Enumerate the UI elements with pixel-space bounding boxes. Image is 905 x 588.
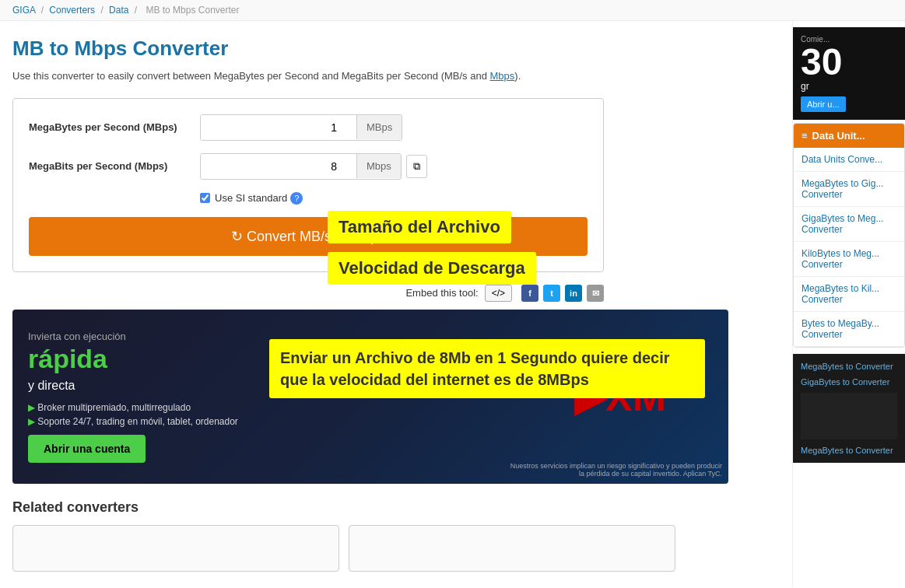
mbps-link[interactable]: Mbps — [490, 70, 515, 82]
twitter-icon[interactable]: t — [543, 285, 560, 302]
related-card-1 — [12, 525, 339, 572]
convert-icon: ↻ — [231, 229, 243, 244]
input-row-mbps: MegaBytes per Second (MBps) MBps — [29, 114, 588, 141]
si-standard-label: Use SI standard — [215, 192, 287, 204]
breadcrumb-data[interactable]: Data — [109, 5, 128, 16]
facebook-icon[interactable]: f — [521, 285, 538, 302]
ad-bullets: Broker multipremiado, multirregulado Sop… — [28, 402, 238, 427]
related-card-2 — [349, 525, 675, 572]
social-icons: f t in ✉ — [521, 285, 604, 302]
related-title: Related converters — [12, 499, 780, 516]
breadcrumb-sep3: / — [135, 5, 140, 16]
sidebar-item-bytes-to-mb[interactable]: Bytes to MegaBy...Converter — [794, 312, 904, 347]
ad-text-left: Invierta con ejecución rápida y directa … — [28, 331, 238, 463]
input-row-mbits: MegaBits per Second (Mbps) Mbps ⧉ — [29, 153, 588, 180]
field1-unit: MBps — [356, 115, 402, 139]
lower-ad-item-2[interactable]: GigaBytes to Converter — [801, 377, 897, 387]
checkbox-row: Use SI standard ? — [200, 192, 588, 205]
copy-button[interactable]: ⧉ — [406, 155, 427, 178]
field2-group: Mbps — [200, 153, 402, 180]
right-ad-cta[interactable]: Abrir u... — [801, 96, 846, 112]
lower-ad-item-1[interactable]: MegaBytes to Converter — [801, 362, 897, 371]
converter-box: MegaBytes per Second (MBps) MBps MegaBit… — [12, 98, 604, 272]
sidebar-item-mb-to-kb[interactable]: MegaBytes to Kil...Converter — [794, 277, 904, 312]
data-units-header: ≡ Data Unit... — [794, 124, 904, 148]
ad-logo: ▶XM — [574, 373, 666, 420]
email-icon[interactable]: ✉ — [587, 285, 604, 302]
breadcrumb-sep1: / — [41, 5, 47, 16]
page-description: Use this converter to easily convert bet… — [12, 68, 780, 84]
right-ad-lower: MegaBytes to Converter GigaBytes to Conv… — [793, 354, 905, 463]
breadcrumb-converters[interactable]: Converters — [49, 5, 95, 16]
content-area: MB to Mbps Converter Use this converter … — [0, 21, 792, 587]
sidebar-item-mb-to-gb[interactable]: MegaBytes to Gig...Converter — [794, 172, 904, 207]
convert-label: Convert MB/s to Mbps — [247, 229, 385, 244]
lower-ad-placeholder — [801, 393, 897, 439]
ad-tagline: Invierta con ejecución — [28, 331, 238, 342]
related-grid — [12, 525, 780, 572]
field2-input[interactable] — [201, 154, 356, 179]
linkedin-icon[interactable]: in — [565, 285, 582, 302]
embed-label: Embed this tool: — [405, 287, 478, 299]
right-ad-suffix: gr — [801, 81, 897, 92]
ad-highlight: rápida — [28, 344, 238, 374]
converter-wrapper: MegaBytes per Second (MBps) MBps MegaBit… — [12, 98, 780, 302]
si-standard-checkbox[interactable] — [200, 193, 210, 203]
ad-disclaimer: Nuestros servicios implican un riesgo si… — [504, 462, 722, 478]
right-ad-top: Comie... 30 gr Abrir u... — [793, 27, 905, 120]
breadcrumb-sep2: / — [100, 5, 106, 16]
sidebar-item-gb-to-mb[interactable]: GigaBytes to Meg...Converter — [794, 207, 904, 242]
embed-code-button[interactable]: </> — [485, 285, 512, 302]
field1-label: MegaBytes per Second (MBps) — [29, 121, 200, 133]
embed-row: Embed this tool: </> f t in ✉ — [12, 285, 604, 302]
ad-bullet-1: Broker multipremiado, multirregulado — [28, 402, 238, 413]
sidebar: Comie... 30 gr Abrir u... ≡ Data Unit...… — [792, 21, 905, 587]
breadcrumb-current: MB to Mbps Converter — [146, 5, 239, 16]
page-title: MB to Mbps Converter — [12, 37, 780, 61]
data-units-box: ≡ Data Unit... Data Units Conve... MegaB… — [793, 123, 905, 348]
related-section: Related converters — [12, 499, 780, 572]
field1-group: MBps — [200, 114, 402, 141]
right-ad-number: 30 — [801, 44, 897, 81]
breadcrumb: GIGA / Converters / Data / MB to Mbps Co… — [0, 0, 905, 21]
field2-label: MegaBits per Second (Mbps) — [29, 160, 200, 172]
sidebar-item-kb-to-mb[interactable]: KiloBytes to Meg...Converter — [794, 242, 904, 277]
breadcrumb-giga[interactable]: GIGA — [12, 5, 35, 16]
ad-cta-button[interactable]: Abrir una cuenta — [28, 435, 146, 463]
lower-ad-item-3[interactable]: MegaBytes to Converter — [801, 446, 897, 455]
data-units-title: Data Unit... — [812, 130, 865, 142]
sidebar-item-data-units[interactable]: Data Units Conve... — [794, 148, 904, 172]
field1-input[interactable] — [201, 115, 356, 140]
ad-banner: Invierta con ejecución rápida y directa … — [12, 310, 728, 484]
convert-button[interactable]: ↻ Convert MB/s to Mbps — [29, 217, 588, 256]
ad-bullet-2: Soporte 24/7, trading en móvil, tablet, … — [28, 416, 238, 427]
ad-subtitle: y directa — [28, 379, 238, 393]
help-icon[interactable]: ? — [290, 192, 303, 205]
data-units-icon: ≡ — [802, 130, 808, 142]
field2-unit: Mbps — [356, 154, 401, 178]
